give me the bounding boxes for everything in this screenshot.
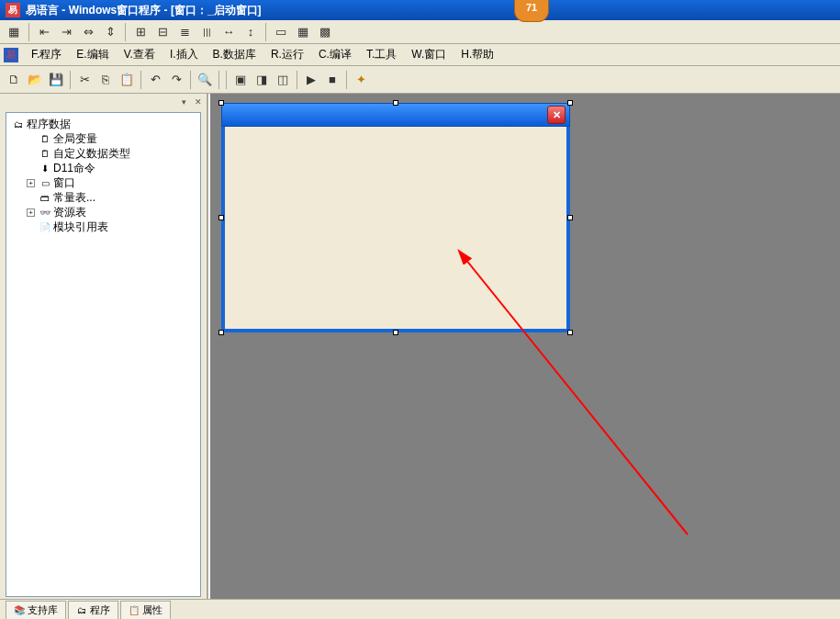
types-icon: 🗒 [39,147,51,160]
sidebar-close-button[interactable]: ✕ [192,96,205,108]
align-v-button[interactable]: ⇕ [100,22,120,42]
program-icon: 🗂 [76,605,87,616]
resize-handle-e[interactable] [567,215,573,220]
menu-run[interactable]: R.运行 [265,45,309,64]
window-title: 易语言 - Windows窗口程序 - [窗口：_启动窗口] [26,3,262,18]
tab-label: 程序 [90,603,110,617]
separator [70,71,71,89]
tree-label: D11命令 [53,161,95,176]
snap-button[interactable]: ▩ [315,22,335,42]
menu-database[interactable]: B.数据库 [207,45,262,64]
menu-help[interactable]: H.帮助 [455,45,499,64]
resize-handle-s[interactable] [393,330,398,335]
save-button[interactable]: 💾 [46,70,66,90]
new-button[interactable]: 🗋 [4,70,24,90]
book-icon: 📚 [14,605,25,616]
align-right-button[interactable]: ⇥ [56,22,76,42]
notification-badge[interactable]: 71 [514,0,549,22]
run-button[interactable]: ▶ [301,70,321,90]
distribute-v-button[interactable]: ⊟ [152,22,173,42]
center-h-button[interactable]: ↔ [218,22,239,42]
resize-handle-w[interactable] [218,215,224,220]
distribute-h-button[interactable]: ⊞ [130,22,151,42]
sidebar: ▾ ✕ 🗂 程序数据 🗒 全局变量 🗒 自定义数据类型 ⬇ D11命令 [0,94,208,599]
app-icon: 易 [6,3,20,17]
redo-button[interactable]: ↷ [166,70,186,90]
cut-button[interactable]: ✂ [74,70,95,90]
view-toggle-button[interactable]: ▦ [4,22,24,42]
tree-item-resource[interactable]: + 👓 资源表 [8,205,198,219]
expander-icon[interactable]: + [27,208,35,217]
tab-label: 支持库 [28,603,58,617]
tree-item-module[interactable]: 📄 模块引用表 [8,219,198,234]
tree-item-globals[interactable]: 🗒 全局变量 [8,131,198,146]
close-icon[interactable]: ✕ [547,106,566,124]
tree-item-dll[interactable]: ⬇ D11命令 [8,161,198,175]
design-form[interactable]: ✕ [221,103,570,332]
window2-button[interactable]: ◨ [252,70,272,90]
form-designer-canvas[interactable]: ✕ [208,94,840,599]
grid-button[interactable]: ▦ [293,22,313,42]
separator [265,23,266,41]
center-v-button[interactable]: ↕ [241,22,261,42]
size-button[interactable]: ▭ [271,22,291,42]
menu-program[interactable]: F.程序 [26,45,67,64]
expander-icon[interactable]: + [27,179,35,187]
resize-handle-n[interactable] [393,100,398,106]
design-form-titlebar[interactable]: ✕ [221,103,570,127]
separator [226,71,227,89]
resize-handle-se[interactable] [567,330,573,335]
paste-button[interactable]: 📋 [117,70,137,90]
equal-height-button[interactable]: ⫼ [196,22,217,42]
stop-button[interactable]: ■ [322,70,342,90]
titlebar: 易 易语言 - Windows窗口程序 - [窗口：_启动窗口] 71 [0,0,840,20]
property-icon: 📋 [129,605,140,616]
tree-label: 自定义数据类型 [53,146,130,162]
resize-handle-ne[interactable] [567,100,573,106]
window3-button[interactable]: ◫ [273,70,293,90]
find-button[interactable]: 🔍 [195,70,215,90]
menu-edit[interactable]: E.编辑 [71,45,114,64]
menu-window[interactable]: W.窗口 [406,45,452,64]
window1-button[interactable]: ▣ [230,70,251,90]
bottom-tabs: 📚 支持库 🗂 程序 📋 属性 [0,599,840,619]
tree-item-const[interactable]: 🗃 常量表... [8,190,198,205]
const-icon: 🗃 [39,191,51,204]
design-form-body[interactable] [221,127,570,332]
menu-insert[interactable]: I.插入 [164,45,204,64]
resize-handle-sw[interactable] [218,330,224,335]
tab-program[interactable]: 🗂 程序 [68,601,118,619]
dll-icon: ⬇ [39,162,51,174]
resize-handle-nw[interactable] [218,100,224,106]
tree-root[interactable]: 🗂 程序数据 [8,117,198,131]
resource-icon: 👓 [39,206,51,219]
separator [346,71,347,89]
tree-label: 窗口 [53,175,75,191]
module-icon: 📄 [39,220,51,233]
align-left-button[interactable]: ⇤ [34,22,54,42]
equal-width-button[interactable]: ≣ [174,22,195,42]
app-menu-icon: 易 [4,48,18,62]
undo-button[interactable]: ↶ [145,70,165,90]
separator [125,23,126,41]
debug-button[interactable]: ✦ [351,70,371,90]
separator [190,71,191,89]
tree-label: 程序数据 [27,117,71,132]
menu-compile[interactable]: C.编译 [313,45,357,64]
tree-item-types[interactable]: 🗒 自定义数据类型 [8,146,198,161]
align-h-button[interactable]: ⇔ [78,22,98,42]
copy-button[interactable]: ⎘ [95,70,116,90]
separator [297,71,297,89]
open-button[interactable]: 📂 [25,70,45,90]
tree-item-window[interactable]: + ▭ 窗口 [8,175,198,190]
window-icon: ▭ [39,176,51,189]
menu-tools[interactable]: T.工具 [361,45,402,64]
tab-support[interactable]: 📚 支持库 [6,601,66,619]
menu-view[interactable]: V.查看 [118,45,161,64]
tree-icon: 🗂 [12,118,25,130]
project-tree[interactable]: 🗂 程序数据 🗒 全局变量 🗒 自定义数据类型 ⬇ D11命令 + ▭ [6,112,201,597]
separator [140,71,141,89]
sidebar-pin-button[interactable]: ▾ [177,96,190,108]
tab-property[interactable]: 📋 属性 [120,601,171,619]
sidebar-header: ▾ ✕ [0,94,207,110]
